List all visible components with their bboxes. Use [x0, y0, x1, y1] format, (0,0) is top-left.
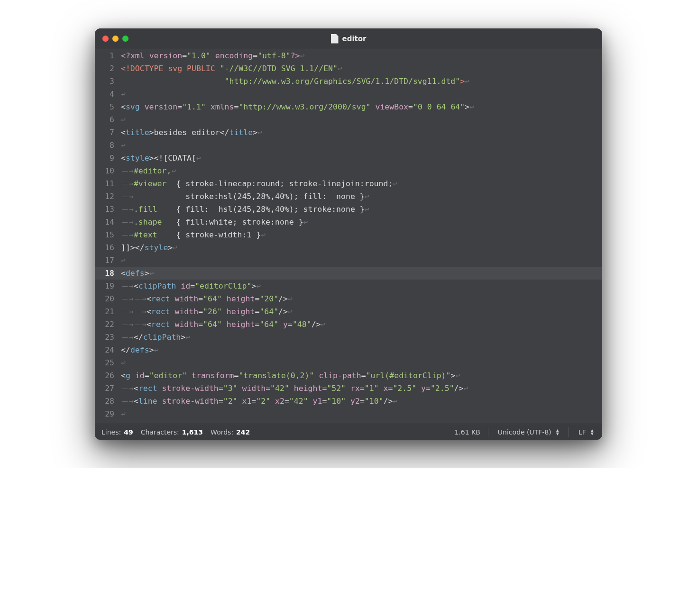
code-line[interactable]: 13⸺→.fill { fill: hsl(245,28%,40%); stro… — [95, 203, 602, 216]
line-content[interactable]: <style><![CDATA[↩ — [121, 152, 602, 164]
titlebar[interactable]: editor — [95, 28, 602, 49]
newline-icon: ↩ — [154, 345, 159, 354]
code-line[interactable]: 19⸺→<clipPath id="editorClip">↩ — [95, 280, 602, 292]
line-number[interactable]: 21 — [95, 305, 121, 318]
line-number[interactable]: 6 — [95, 113, 121, 126]
encoding-dropdown[interactable]: Unicode (UTF-8) ▲▼ — [496, 428, 561, 436]
line-content[interactable]: ↩ — [121, 88, 602, 100]
newline-icon: ↩ — [288, 294, 293, 303]
line-number[interactable]: 20 — [95, 292, 121, 305]
line-content[interactable]: ⸺→</clipPath>↩ — [121, 331, 602, 344]
line-content[interactable]: ↩ — [121, 113, 602, 126]
line-content[interactable]: <svg version="1.1" xmlns="http://www.w3.… — [121, 100, 602, 113]
zoom-icon[interactable] — [122, 36, 128, 42]
code-line[interactable]: 23⸺→</clipPath>↩ — [95, 331, 602, 344]
newline-icon: ↩ — [365, 192, 369, 201]
line-number[interactable]: 12 — [95, 190, 121, 203]
line-content[interactable]: ]]></style>↩ — [121, 241, 602, 254]
line-content[interactable]: <defs>↩ — [121, 267, 602, 280]
code-line[interactable]: 15⸺→#text { stroke-width:1 }↩ — [95, 228, 602, 241]
line-content[interactable]: <g id="editor" transform="translate(0,2)… — [121, 369, 602, 382]
code-line[interactable]: 2<!DOCTYPE svg PUBLIC "-//W3C//DTD SVG 1… — [95, 62, 602, 75]
line-ending-dropdown[interactable]: LF ▲▼ — [577, 428, 596, 436]
line-content[interactable]: ⸺→⸺→<rect width="26" height="64"/>↩ — [121, 305, 602, 318]
line-number[interactable]: 8 — [95, 139, 121, 152]
line-number[interactable]: 3 — [95, 75, 121, 88]
line-number[interactable]: 1 — [95, 49, 121, 62]
code-line[interactable]: 22⸺→⸺→<rect width="64" height="64" y="48… — [95, 318, 602, 331]
code-line[interactable]: 11⸺→#viewer { stroke-linecap:round; stro… — [95, 177, 602, 190]
line-content[interactable]: ⸺→<rect stroke-width="3" width="42" heig… — [121, 382, 602, 395]
line-number[interactable]: 26 — [95, 369, 121, 382]
line-number[interactable]: 2 — [95, 62, 121, 75]
line-number[interactable]: 5 — [95, 100, 121, 113]
line-content[interactable]: ↩ — [121, 356, 602, 369]
code-line[interactable]: 12⸺→ stroke:hsl(245,28%,40%); fill: none… — [95, 190, 602, 203]
code-line[interactable]: 9<style><![CDATA[↩ — [95, 152, 602, 164]
line-number[interactable]: 29 — [95, 408, 121, 420]
code-line[interactable]: 1<?xml version="1.0" encoding="utf-8"?>↩ — [95, 49, 602, 62]
line-number[interactable]: 23 — [95, 331, 121, 344]
code-line[interactable]: 6↩ — [95, 113, 602, 126]
line-number[interactable]: 7 — [95, 126, 121, 139]
newline-icon: ↩ — [121, 115, 126, 124]
line-number[interactable]: 27 — [95, 382, 121, 395]
line-content[interactable]: ⸺→.fill { fill: hsl(245,28%,40%); stroke… — [121, 203, 602, 216]
code-line[interactable]: 8↩ — [95, 139, 602, 152]
line-content[interactable]: <!DOCTYPE svg PUBLIC "-//W3C//DTD SVG 1.… — [121, 62, 602, 75]
code-line[interactable]: 14⸺→.shape { fill:white; stroke:none }↩ — [95, 216, 602, 228]
code-line[interactable]: 17↩ — [95, 254, 602, 267]
line-content[interactable]: ⸺→⸺→<rect width="64" height="64" y="48"/… — [121, 318, 602, 331]
line-content[interactable]: ↩ — [121, 254, 602, 267]
line-content[interactable]: ⸺→⸺→<rect width="64" height="20"/>↩ — [121, 292, 602, 305]
line-number[interactable]: 13 — [95, 203, 121, 216]
line-number[interactable]: 19 — [95, 280, 121, 292]
line-number[interactable]: 17 — [95, 254, 121, 267]
line-content[interactable]: ⸺→#editor,↩ — [121, 164, 602, 177]
code-line[interactable]: 29↩ — [95, 408, 602, 420]
line-number[interactable]: 16 — [95, 241, 121, 254]
line-content[interactable]: ⸺→<line stroke-width="2" x1="2" x2="42" … — [121, 395, 602, 408]
line-number[interactable]: 14 — [95, 216, 121, 228]
minimize-icon[interactable] — [112, 36, 119, 42]
line-content[interactable]: "http://www.w3.org/Graphics/SVG/1.1/DTD/… — [121, 75, 602, 88]
line-number[interactable]: 22 — [95, 318, 121, 331]
code-line[interactable]: 3 "http://www.w3.org/Graphics/SVG/1.1/DT… — [95, 75, 602, 88]
line-content[interactable]: ⸺→.shape { fill:white; stroke:none }↩ — [121, 216, 602, 228]
line-content[interactable]: ⸺→#viewer { stroke-linecap:round; stroke… — [121, 177, 602, 190]
code-line[interactable]: 16]]></style>↩ — [95, 241, 602, 254]
code-line[interactable]: 27⸺→<rect stroke-width="3" width="42" he… — [95, 382, 602, 395]
newline-icon: ↩ — [393, 179, 397, 188]
code-line[interactable]: 25↩ — [95, 356, 602, 369]
line-number[interactable]: 24 — [95, 344, 121, 356]
line-number[interactable]: 4 — [95, 88, 121, 100]
line-content[interactable]: </defs>↩ — [121, 344, 602, 356]
code-line[interactable]: 26<g id="editor" transform="translate(0,… — [95, 369, 602, 382]
line-content[interactable]: ⸺→ stroke:hsl(245,28%,40%); fill: none }… — [121, 190, 602, 203]
line-number[interactable]: 28 — [95, 395, 121, 408]
line-content[interactable]: ↩ — [121, 139, 602, 152]
line-number[interactable]: 15 — [95, 228, 121, 241]
code-line[interactable]: 21⸺→⸺→<rect width="26" height="64"/>↩ — [95, 305, 602, 318]
code-line[interactable]: 18<defs>↩ — [95, 267, 602, 280]
code-line[interactable]: 7<title>besides editor</title>↩ — [95, 126, 602, 139]
code-editor[interactable]: 1<?xml version="1.0" encoding="utf-8"?>↩… — [95, 49, 602, 424]
line-number[interactable]: 10 — [95, 164, 121, 177]
line-number[interactable]: 9 — [95, 152, 121, 164]
line-content[interactable]: <?xml version="1.0" encoding="utf-8"?>↩ — [121, 49, 602, 62]
code-line[interactable]: 24</defs>↩ — [95, 344, 602, 356]
line-content[interactable]: ⸺→#text { stroke-width:1 }↩ — [121, 228, 602, 241]
line-content[interactable]: ⸺→<clipPath id="editorClip">↩ — [121, 280, 602, 292]
line-number[interactable]: 18 — [95, 267, 121, 280]
line-number[interactable]: 25 — [95, 356, 121, 369]
line-content[interactable]: ↩ — [121, 408, 602, 420]
code-line[interactable]: 28⸺→<line stroke-width="2" x1="2" x2="42… — [95, 395, 602, 408]
code-line[interactable]: 10⸺→#editor,↩ — [95, 164, 602, 177]
line-content[interactable]: <title>besides editor</title>↩ — [121, 126, 602, 139]
code-line[interactable]: 20⸺→⸺→<rect width="64" height="20"/>↩ — [95, 292, 602, 305]
line-number[interactable]: 11 — [95, 177, 121, 190]
newline-icon: ↩ — [196, 154, 201, 163]
close-icon[interactable] — [102, 36, 109, 42]
code-line[interactable]: 4↩ — [95, 88, 602, 100]
code-line[interactable]: 5<svg version="1.1" xmlns="http://www.w3… — [95, 100, 602, 113]
